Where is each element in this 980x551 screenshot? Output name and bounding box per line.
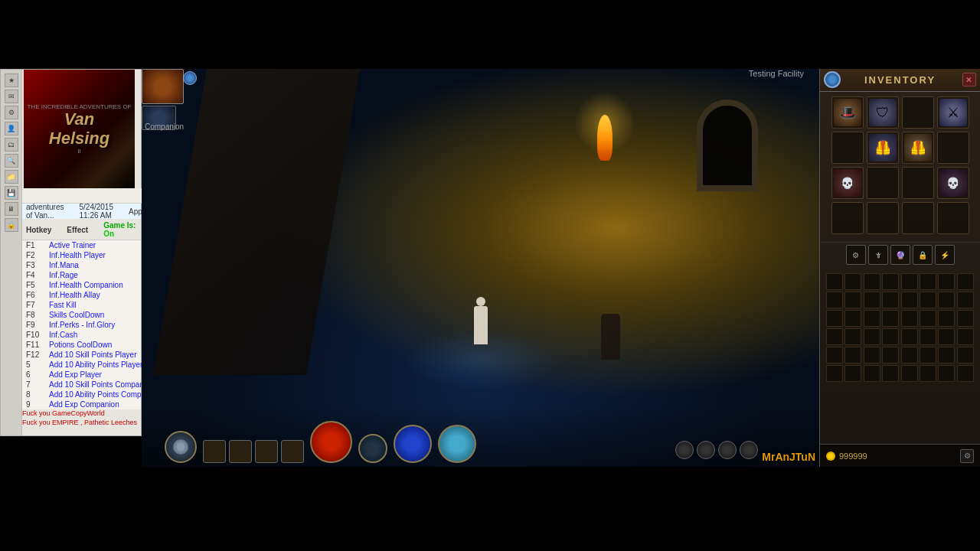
grid-slot-34[interactable] xyxy=(844,347,861,364)
grid-slot-24[interactable] xyxy=(957,310,974,327)
grid-slot-43[interactable] xyxy=(864,365,880,382)
grid-slot-19[interactable] xyxy=(864,310,880,327)
grid-slot-23[interactable] xyxy=(938,310,955,327)
hotkey-row-f5[interactable]: F5 Inf.Health Companion xyxy=(22,280,141,290)
inv-skill-4[interactable]: 🔒 xyxy=(913,245,933,265)
grid-slot-1[interactable] xyxy=(826,273,843,290)
player-portrait[interactable] xyxy=(142,69,184,104)
grid-slot-32[interactable] xyxy=(957,328,974,345)
hotkey-row-5[interactable]: 5 Add 10 Ability Points Player xyxy=(22,360,141,370)
equip-slot-empty-2[interactable] xyxy=(831,132,864,164)
grid-slot-12[interactable] xyxy=(882,292,899,308)
inventory-orb[interactable] xyxy=(824,71,841,88)
file-row[interactable]: adventures of Van... 5/24/2015 11:26 AM … xyxy=(22,204,141,219)
grid-slot-38[interactable] xyxy=(920,347,936,364)
skill-orb-1[interactable] xyxy=(165,431,197,463)
hotkey-row-f1[interactable]: F1 Active Trainer xyxy=(22,240,141,250)
grid-slot-27[interactable] xyxy=(864,328,880,345)
equip-slot-empty-5[interactable] xyxy=(902,167,934,199)
hotkey-row-7[interactable]: 7 Add 10 Skill Points Companion xyxy=(22,380,141,390)
grid-slot-37[interactable] xyxy=(901,347,918,364)
equip-slot-weapon[interactable]: ⚔ xyxy=(937,96,969,129)
equip-slot-empty-4[interactable] xyxy=(867,167,899,199)
sidebar-icon-search[interactable]: 🔍 xyxy=(5,154,18,168)
grid-slot-2[interactable] xyxy=(844,273,861,290)
hotkey-row-f7[interactable]: F7 Fast Kill xyxy=(22,300,141,310)
inventory-close-button[interactable]: ✕ xyxy=(962,73,976,86)
equip-slot-armor[interactable]: 🦺 xyxy=(867,132,899,164)
skill-slot-4[interactable] xyxy=(281,440,304,463)
hotkey-row-8[interactable]: 8 Add 10 Ability Points Companion xyxy=(22,390,141,399)
inv-skill-5[interactable]: ⚡ xyxy=(935,245,955,265)
portrait-icon-1[interactable] xyxy=(183,71,197,85)
equip-slot-armor2[interactable]: 🦺 xyxy=(902,132,934,164)
grid-slot-18[interactable] xyxy=(844,310,861,327)
grid-slot-26[interactable] xyxy=(844,328,861,345)
grid-slot-33[interactable] xyxy=(826,347,843,364)
grid-slot-40[interactable] xyxy=(957,347,974,364)
hotkey-row-f10[interactable]: F10 Inf.Cash xyxy=(22,330,141,340)
skill-slot-1[interactable] xyxy=(203,440,226,463)
hotkey-row-f4[interactable]: F4 Inf.Rage xyxy=(22,270,141,280)
hotkey-row-f3[interactable]: F3 Inf.Mana xyxy=(22,260,141,270)
sidebar-icon-gear[interactable]: ⚙ xyxy=(5,106,18,119)
sidebar-icon-file[interactable]: 📁 xyxy=(5,170,18,184)
equip-slot-empty-8[interactable] xyxy=(902,202,934,234)
grid-slot-41[interactable] xyxy=(826,365,843,382)
equip-slot-ring1[interactable]: 💀 xyxy=(831,167,864,199)
grid-slot-17[interactable] xyxy=(826,310,843,327)
grid-slot-16[interactable] xyxy=(957,292,974,308)
sidebar-icon-user[interactable]: 👤 xyxy=(5,122,18,135)
grid-slot-9[interactable] xyxy=(826,292,843,308)
hotkey-row-f11[interactable]: F11 Potions CoolDown xyxy=(22,340,141,350)
grid-slot-10[interactable] xyxy=(844,292,861,308)
sidebar-icon-save[interactable]: 💾 xyxy=(5,186,18,200)
inv-settings-icon[interactable]: ⚙ xyxy=(960,449,974,463)
grid-slot-7[interactable] xyxy=(938,273,955,290)
bottom-icon-1[interactable] xyxy=(675,441,694,459)
inv-skill-3[interactable]: 🔮 xyxy=(890,245,910,265)
action-orb-blue[interactable] xyxy=(394,425,432,463)
grid-slot-36[interactable] xyxy=(882,347,899,364)
equip-slot-empty-6[interactable] xyxy=(831,202,864,234)
grid-slot-39[interactable] xyxy=(938,347,955,364)
sidebar-icon-mail[interactable]: ✉ xyxy=(5,90,18,103)
grid-slot-25[interactable] xyxy=(826,328,843,345)
inv-skill-1[interactable]: ⚙ xyxy=(846,245,866,265)
hotkey-row-f12[interactable]: F12 Add 10 Skill Points Player xyxy=(22,350,141,360)
equip-slot-head[interactable]: 🎩 xyxy=(831,96,864,129)
grid-slot-31[interactable] xyxy=(938,328,955,345)
grid-slot-8[interactable] xyxy=(957,273,974,290)
grid-slot-28[interactable] xyxy=(882,328,899,345)
grid-slot-30[interactable] xyxy=(920,328,936,345)
sidebar-icon-star[interactable]: ★ xyxy=(5,73,18,87)
grid-slot-45[interactable] xyxy=(901,365,918,382)
sidebar-icon-folder[interactable]: 🗂 xyxy=(5,138,18,152)
grid-slot-3[interactable] xyxy=(864,273,880,290)
grid-slot-14[interactable] xyxy=(920,292,936,308)
grid-slot-29[interactable] xyxy=(901,328,918,345)
skill-slot-3[interactable] xyxy=(255,440,278,463)
grid-slot-47[interactable] xyxy=(938,365,955,382)
bottom-icon-3[interactable] xyxy=(718,441,737,459)
equip-slot-empty-7[interactable] xyxy=(867,202,899,234)
hotkey-row-f8[interactable]: F8 Skills CoolDown xyxy=(22,310,141,320)
equip-slot-empty-3[interactable] xyxy=(937,132,969,164)
grid-slot-21[interactable] xyxy=(901,310,918,327)
grid-slot-13[interactable] xyxy=(901,292,918,308)
grid-slot-42[interactable] xyxy=(844,365,861,382)
grid-slot-22[interactable] xyxy=(920,310,936,327)
hotkey-row-f9[interactable]: F9 Inf.Perks - Inf.Glory xyxy=(22,320,141,330)
action-orb-dark[interactable] xyxy=(358,434,387,463)
inv-skill-2[interactable]: 🗡 xyxy=(868,245,888,265)
bottom-icon-2[interactable] xyxy=(697,441,715,459)
equip-slot-empty-9[interactable] xyxy=(937,202,969,234)
grid-slot-48[interactable] xyxy=(957,365,974,382)
hotkey-row-f6[interactable]: F6 Inf.Health Allay xyxy=(22,290,141,300)
equip-slot-empty-1[interactable] xyxy=(902,96,934,129)
grid-slot-35[interactable] xyxy=(864,347,880,364)
grid-slot-6[interactable] xyxy=(920,273,936,290)
hotkey-row-6[interactable]: 6 Add Exp Player xyxy=(22,370,141,380)
action-orb-teal[interactable] xyxy=(438,425,476,463)
sidebar-icon-monitor[interactable]: 🖥 xyxy=(5,202,18,216)
